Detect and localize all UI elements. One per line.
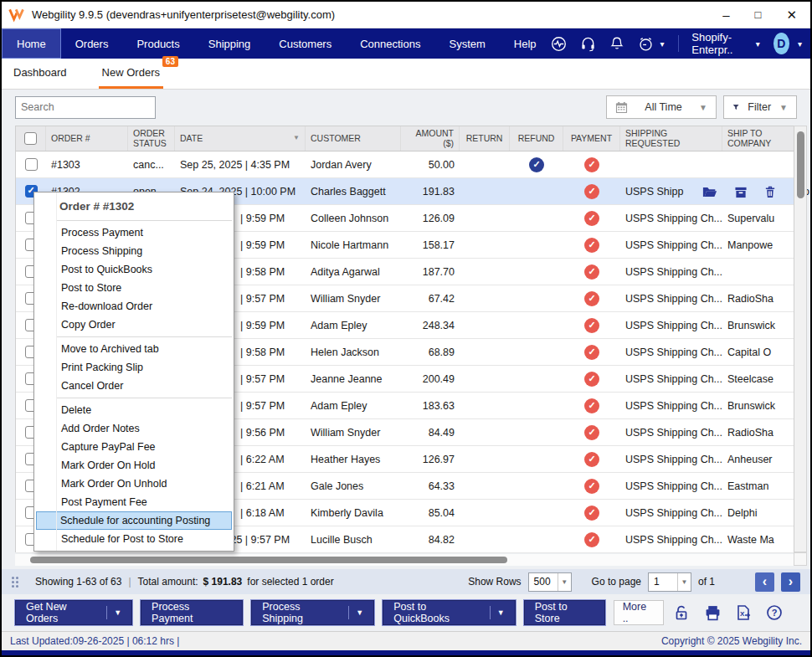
button-caret-icon[interactable]: ▼: [114, 608, 121, 617]
horizontal-scrollbar-thumb[interactable]: [30, 557, 507, 563]
store-selector-label: Shopify-Enterpr..: [691, 31, 748, 56]
col-date[interactable]: DATE ▼: [175, 126, 306, 151]
col-order-status[interactable]: ORDER STATUS: [128, 126, 175, 151]
archive-icon[interactable]: [734, 186, 748, 198]
payment-cell: ✓: [563, 339, 620, 365]
col-order[interactable]: ORDER #: [46, 126, 128, 151]
col-customer[interactable]: CUSTOMER: [306, 126, 401, 151]
button-caret-icon[interactable]: ▼: [497, 608, 505, 617]
show-rows-select[interactable]: 500 ▼: [528, 572, 572, 592]
post-to-quickbooks-button[interactable]: Post to QuickBooks▼: [383, 600, 516, 625]
prev-page-button[interactable]: ‹: [755, 572, 774, 592]
scheduler-caret-icon[interactable]: ▾: [660, 39, 665, 49]
tab-dashboard[interactable]: Dashboard: [10, 66, 70, 89]
context-menu-item[interactable]: Post to QuickBooks: [36, 260, 232, 279]
shipping-requested-cell: USPS Shipping Ch...: [620, 205, 722, 231]
context-menu-item[interactable]: Schedule for accounting Posting: [36, 511, 232, 530]
nav-item-customers[interactable]: Customers: [265, 28, 346, 59]
context-menu-item[interactable]: Process Shipping: [36, 242, 232, 260]
context-menu-item[interactable]: Move to Archived tab: [36, 340, 232, 358]
context-menu-item[interactable]: Process Payment: [36, 223, 232, 242]
nav-item-products[interactable]: Products: [122, 28, 193, 59]
context-menu-item[interactable]: Copy Order: [36, 316, 232, 334]
payment-check-icon: ✓: [584, 425, 599, 440]
tab-new-orders[interactable]: New Orders 63: [99, 66, 163, 89]
scheduler-alarm-icon[interactable]: [638, 35, 654, 52]
context-menu-item[interactable]: Re-download Order: [36, 297, 232, 316]
vertical-scrollbar[interactable]: [794, 126, 807, 552]
activity-icon[interactable]: [551, 35, 567, 52]
payment-check-icon: ✓: [584, 211, 599, 226]
col-payment[interactable]: PAYMENT: [563, 126, 620, 151]
close-button[interactable]: ✕: [786, 8, 797, 21]
more-button[interactable]: More ..: [614, 600, 664, 625]
help-icon[interactable]: ?: [765, 603, 784, 622]
support-headset-icon[interactable]: [580, 35, 596, 52]
amount-cell: 158.17: [401, 232, 460, 258]
nav-item-help[interactable]: Help: [500, 28, 551, 59]
ship-to-company-cell: Anheuser: [722, 446, 794, 472]
row-checkbox[interactable]: [25, 158, 38, 171]
context-menu-item[interactable]: Schedule for Post to Store: [36, 530, 232, 548]
open-folder-icon[interactable]: [702, 186, 717, 198]
export-excel-icon[interactable]: X: [734, 603, 753, 622]
col-ship-to-company[interactable]: SHIP TO COMPANY: [722, 126, 794, 151]
nav-item-system[interactable]: System: [434, 28, 499, 59]
minimize-button[interactable]: –: [722, 8, 729, 21]
delete-icon[interactable]: [764, 186, 776, 198]
nav-item-home[interactable]: Home: [2, 28, 61, 59]
process-shipping-button[interactable]: Process Shipping▼: [251, 600, 374, 625]
orders-table-header: ORDER # ORDER STATUS DATE ▼ CUSTOMER AMO…: [16, 126, 806, 151]
goto-page-select[interactable]: 1 ▼: [648, 572, 691, 592]
return-cell: [460, 473, 510, 499]
store-selector[interactable]: Shopify-Enterpr.. ▾: [691, 31, 759, 56]
context-menu-item[interactable]: Capture PayPal Fee: [36, 438, 232, 456]
user-avatar[interactable]: D: [773, 33, 789, 54]
payment-cell: ✓: [563, 312, 620, 338]
show-rows-value: 500: [529, 576, 558, 588]
col-amount[interactable]: AMOUNT ($): [401, 126, 460, 151]
amount-cell: 64.33: [401, 473, 460, 499]
context-menu-item[interactable]: Post Payment Fee: [36, 493, 232, 511]
status-bar: Last Updated:09-26-2025 | 06:12 hrs | Co…: [2, 631, 810, 650]
filter-dropdown[interactable]: Filter ▼: [723, 95, 797, 119]
drag-grip-icon[interactable]: [12, 577, 18, 588]
context-menu-item[interactable]: Mark Order On Hold: [36, 456, 232, 475]
print-icon[interactable]: [703, 603, 722, 622]
search-input[interactable]: [21, 101, 156, 113]
nav-item-connections[interactable]: Connections: [346, 28, 434, 59]
select-all-checkbox[interactable]: [24, 132, 37, 145]
get-new-orders-button[interactable]: Get New Orders▼: [15, 600, 132, 625]
next-page-button[interactable]: ›: [781, 572, 800, 592]
context-menu-item[interactable]: Add Order Notes: [36, 419, 232, 438]
nav-item-orders[interactable]: Orders: [61, 28, 123, 59]
col-shipping-requested[interactable]: SHIPPING REQUESTED: [620, 126, 722, 151]
post-to-store-button[interactable]: Post to Store: [524, 600, 605, 625]
refund-cell: [510, 205, 563, 231]
date-range-dropdown[interactable]: All Time ▼: [606, 95, 717, 119]
context-menu-item[interactable]: Mark Order On Unhold: [36, 475, 232, 493]
col-return[interactable]: RETURN: [460, 126, 510, 151]
process-payment-button[interactable]: Process Payment: [141, 600, 243, 625]
context-menu-item[interactable]: Delete: [36, 401, 232, 419]
context-menu-item[interactable]: Print Packing Slip: [36, 358, 232, 377]
nav-divider: [678, 35, 679, 52]
vertical-scrollbar-thumb[interactable]: [797, 131, 804, 198]
user-menu-caret-icon[interactable]: ▾: [798, 39, 802, 49]
col-refund[interactable]: REFUND: [510, 126, 563, 151]
button-caret-icon[interactable]: ▼: [356, 608, 363, 617]
horizontal-scrollbar[interactable]: [15, 554, 794, 566]
nav-item-shipping[interactable]: Shipping: [194, 28, 265, 59]
return-cell: [460, 312, 510, 338]
search-box[interactable]: [15, 96, 156, 119]
unlock-icon[interactable]: [672, 603, 691, 622]
context-menu: Order # #1302 Process PaymentProcess Shi…: [33, 192, 234, 552]
maximize-button[interactable]: □: [755, 9, 762, 20]
notifications-bell-icon[interactable]: [609, 35, 624, 52]
ship-to-company-cell: Supervalu: [722, 205, 794, 231]
amount-cell: 126.09: [401, 205, 460, 231]
ship-to-company-cell: [722, 259, 794, 285]
context-menu-item[interactable]: Cancel Order: [36, 377, 232, 395]
table-row[interactable]: #1303canc...Sep 25, 2025 | 4:35 PMJordan…: [16, 151, 806, 178]
context-menu-item[interactable]: Post to Store: [36, 279, 232, 297]
